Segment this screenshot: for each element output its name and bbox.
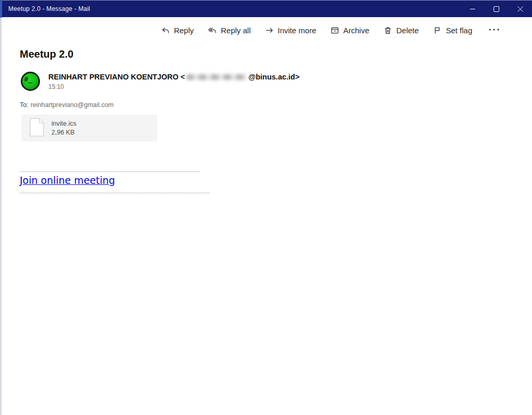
message-time: 15:10 xyxy=(48,83,64,90)
dotted-separator-bottom xyxy=(20,193,209,193)
trash-icon xyxy=(383,26,392,35)
attachment-filename: invite.ics xyxy=(51,120,76,127)
file-icon xyxy=(30,118,44,139)
close-icon xyxy=(517,6,523,12)
toolbar-item-label: Set flag xyxy=(446,26,472,35)
close-button[interactable] xyxy=(508,1,532,18)
delete-button[interactable]: Delete xyxy=(383,26,419,35)
reply-all-icon xyxy=(208,26,217,35)
toolbar-item-label: Reply all xyxy=(221,26,251,35)
sender-domain: @binus.ac.id> xyxy=(248,73,299,81)
recipient-line: To:reinhartpreviano@gmail.com xyxy=(20,101,114,109)
ellipsis-icon xyxy=(488,25,500,35)
toolbar-item-label: Archive xyxy=(343,26,369,35)
minimize-button[interactable] xyxy=(460,1,484,18)
toolbar-item-label: Reply xyxy=(174,26,194,35)
redacted-email-local-part xyxy=(187,74,247,80)
reply-button[interactable]: Reply xyxy=(161,26,194,35)
reply-icon xyxy=(161,26,170,35)
archive-icon xyxy=(330,26,339,35)
maximize-button[interactable] xyxy=(484,1,508,18)
titlebar[interactable]: Meetup 2.0 - Message - Mail xyxy=(2,0,532,17)
window-title: Meetup 2.0 - Message - Mail xyxy=(8,5,90,12)
window-controls xyxy=(460,1,532,18)
minimize-icon xyxy=(470,6,475,12)
attachment-size: 2,96 KB xyxy=(51,129,76,136)
avatar-glyph: #_ xyxy=(24,75,33,83)
arrow-right-icon xyxy=(265,26,274,35)
sender-avatar[interactable]: #_ xyxy=(21,72,40,91)
sender-line: REINHART PREVIANO KOENTJORO <@binus.ac.i… xyxy=(48,73,299,81)
attachment-card[interactable]: invite.ics 2,96 KB xyxy=(22,115,157,141)
archive-button[interactable]: Archive xyxy=(330,26,369,35)
toolbar-item-label: Invite more xyxy=(278,26,316,35)
message-subject: Meetup 2.0 xyxy=(20,48,73,60)
more-options-button[interactable] xyxy=(486,25,502,35)
sender-name: REINHART PREVIANO KOENTJORO < xyxy=(48,73,185,81)
to-address: reinhartpreviano@gmail.com xyxy=(31,101,114,109)
background-window-edge xyxy=(0,18,2,415)
attachment-info: invite.ics 2,96 KB xyxy=(51,120,76,136)
reply-all-button[interactable]: Reply all xyxy=(208,26,251,35)
to-label: To: xyxy=(20,101,29,109)
flag-icon xyxy=(433,26,442,35)
join-online-meeting-link[interactable]: Join online meeting xyxy=(20,175,115,186)
set-flag-button[interactable]: Set flag xyxy=(433,26,472,35)
message-toolbar: Reply Reply all Invite more xyxy=(161,22,502,38)
maximize-icon xyxy=(494,6,499,12)
toolbar-item-label: Delete xyxy=(396,26,419,35)
invite-more-button[interactable]: Invite more xyxy=(265,26,316,35)
dotted-separator-top xyxy=(20,171,200,172)
